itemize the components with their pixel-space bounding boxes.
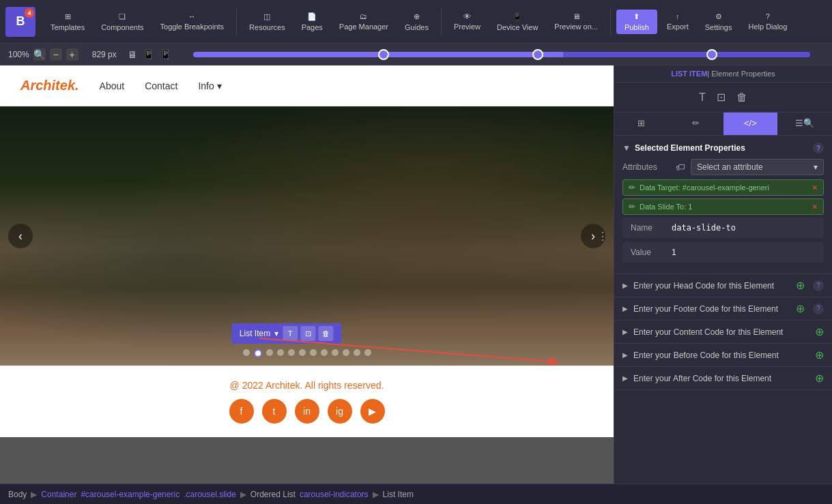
panel-element-sub: | Element Properties [707, 70, 775, 78]
canvas-area: Architek. About Contact Info ▾ ‹ › ⋮ [0, 65, 614, 484]
breadcrumb-carousel-class[interactable]: .carousel.slide [184, 490, 236, 499]
toolbar-page-manager[interactable]: 🗂 Page Manager [332, 10, 395, 33]
zoom-decrease-button[interactable]: − [50, 48, 62, 61]
indicator-6[interactable] [310, 349, 317, 356]
indicator-4[interactable] [288, 349, 295, 356]
data-slide-to-close-icon[interactable]: × [812, 201, 818, 212]
zoom-increase-button[interactable]: + [66, 48, 78, 61]
select-chevron-icon: ▾ [814, 162, 818, 172]
brand-badge: 4 [25, 8, 34, 18]
list-item-copy-action[interactable]: ⊡ [300, 326, 315, 341]
toolbar-components[interactable]: ❏ Components [94, 10, 150, 34]
attribute-select[interactable]: Select an attribute ▾ [691, 159, 824, 175]
carousel-prev-button[interactable]: ‹ [8, 224, 33, 248]
guides-icon: ⊕ [414, 12, 420, 21]
name-row: Name data-slide-to [622, 218, 824, 238]
linkedin-icon[interactable]: in [295, 399, 319, 424]
content-code-plus-icon[interactable]: ⊕ [815, 325, 824, 338]
resources-icon: ◫ [263, 12, 270, 21]
indicator-8[interactable] [332, 349, 339, 356]
indicator-3[interactable] [277, 349, 284, 356]
help-icon: ? [766, 12, 770, 20]
settings-icon: ⚙ [715, 12, 722, 21]
tab-grid[interactable]: ⊞ [614, 113, 669, 135]
indicator-2[interactable] [266, 349, 273, 356]
toolbar-publish[interactable]: ⬆ Publish [616, 10, 657, 34]
footer-code-plus-icon[interactable]: ⊕ [796, 302, 805, 315]
after-code-plus-icon[interactable]: ⊕ [815, 372, 824, 385]
panel-trash-icon[interactable]: 🗑 [734, 89, 750, 106]
twitter-icon[interactable]: t [262, 399, 287, 424]
facebook-icon[interactable]: f [229, 399, 254, 424]
indicator-5[interactable] [299, 349, 306, 356]
list-item-dropdown-icon[interactable]: ▾ [274, 329, 278, 338]
toolbar-help[interactable]: ? Help Dialog [741, 10, 794, 33]
carousel-next-button[interactable]: › [581, 224, 605, 248]
before-code-plus-icon[interactable]: ⊕ [815, 349, 824, 361]
tab-code[interactable]: </> [723, 113, 778, 135]
indicator-11[interactable] [364, 349, 371, 356]
tab-search[interactable]: ☰🔍 [777, 113, 832, 135]
panel-copy-icon[interactable]: ⊡ [714, 88, 728, 106]
zoom-level: 100% [8, 50, 29, 59]
indicator-10[interactable] [354, 349, 360, 356]
toolbar-resources[interactable]: ◫ Resources [242, 10, 292, 34]
nav-link-about[interactable]: About [100, 80, 125, 91]
head-code-row[interactable]: ▶ Enter your Head Code for this Element … [614, 274, 832, 297]
data-target-text: Data Target: #carousel-example-generi [640, 183, 769, 192]
toolbar-toggle-breakpoints[interactable]: ↔ Toggle Breakpoints [154, 10, 231, 33]
list-item-actions: T ⊡ 🗑 [283, 326, 333, 341]
head-code-label: Enter your Head Code for this Element [633, 281, 790, 291]
indicator-1[interactable] [254, 349, 262, 357]
instagram-icon[interactable]: ig [328, 399, 352, 424]
head-code-help-icon[interactable]: ? [813, 280, 824, 291]
breadcrumb-indicators[interactable]: carousel-indicators [300, 490, 369, 499]
triangle-icon-before: ▶ [622, 351, 628, 359]
export-icon: ↑ [676, 12, 680, 20]
indicator-9[interactable] [343, 349, 349, 356]
indicator-0[interactable] [243, 349, 250, 356]
head-code-plus-icon[interactable]: ⊕ [796, 279, 805, 292]
value-input[interactable] [672, 248, 816, 257]
footer-code-help-icon[interactable]: ? [813, 303, 824, 314]
toolbar-pages[interactable]: 📄 Pages [295, 10, 330, 34]
toolbar-settings[interactable]: ⚙ Settings [698, 10, 739, 34]
hero-section: ‹ › ⋮ [0, 106, 614, 366]
data-target-close-icon[interactable]: × [812, 182, 818, 193]
before-code-row[interactable]: ▶ Enter your Before Code for this Elemen… [614, 344, 832, 367]
chevron-down-icon: ▾ [217, 80, 222, 91]
breadcrumb-body[interactable]: Body [8, 490, 27, 499]
nav-link-contact[interactable]: Contact [145, 80, 177, 91]
after-code-row[interactable]: ▶ Enter your After Code for this Element… [614, 367, 832, 390]
brand-logo[interactable]: B 4 [5, 7, 35, 37]
breadcrumb-list-item: List Item [383, 490, 414, 499]
content-code-row[interactable]: ▶ Enter your Content Code for this Eleme… [614, 321, 832, 344]
code-icon: </> [744, 118, 757, 128]
element-properties-section: ▼ Selected Element Properties ? Attribut… [614, 136, 832, 273]
toolbar-device-view[interactable]: 📱 Device View [490, 10, 545, 34]
grid-icon: ⊞ [637, 118, 645, 128]
toolbar-templates[interactable]: ⊞ Templates [44, 10, 91, 34]
toolbar-preview-on[interactable]: 🖥 Preview on... [547, 10, 605, 33]
section-help-icon[interactable]: ? [813, 143, 824, 153]
search-icon: ☰🔍 [795, 118, 814, 128]
youtube-icon[interactable]: ▶ [360, 399, 385, 424]
toolbar-guides[interactable]: ⊕ Guides [398, 10, 435, 34]
tablet-icon[interactable]: 📱 [143, 49, 154, 60]
tab-styles[interactable]: ✏ [669, 113, 723, 135]
desktop-icon[interactable]: 🖥 [128, 49, 137, 60]
name-label: Name [631, 223, 672, 233]
panel-text-icon[interactable]: T [696, 89, 708, 106]
list-item-text-action[interactable]: T [283, 326, 298, 341]
breadcrumb-carousel-id[interactable]: #carousel-example-generic [81, 490, 180, 499]
toolbar-export[interactable]: ↑ Export [660, 10, 695, 33]
list-item-delete-action[interactable]: 🗑 [318, 326, 333, 341]
toolbar-preview[interactable]: 👁 Preview [447, 10, 487, 33]
section-collapse-icon[interactable]: ▼ [622, 143, 631, 153]
zoom-out-button[interactable]: 🔍 [33, 48, 46, 61]
breadcrumb-container[interactable]: Container [41, 490, 76, 499]
footer-code-row[interactable]: ▶ Enter your Footer Code for this Elemen… [614, 297, 832, 321]
indicator-7[interactable] [321, 349, 328, 356]
nav-link-info[interactable]: Info ▾ [198, 80, 221, 91]
mobile-icon[interactable]: 📱 [160, 49, 171, 60]
